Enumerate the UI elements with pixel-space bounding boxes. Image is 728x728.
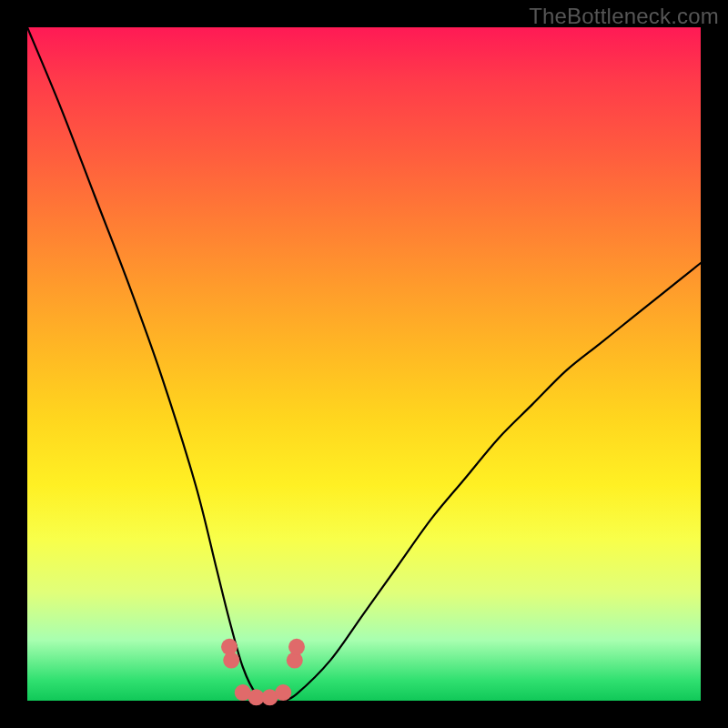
curve-marker — [223, 652, 239, 669]
curve-marker — [275, 684, 291, 701]
watermark-text: TheBottleneck.com — [529, 4, 719, 29]
bottleneck-curve-path — [27, 27, 701, 702]
curve-svg — [27, 27, 701, 701]
chart-frame: TheBottleneck.com — [0, 0, 728, 728]
marker-group — [221, 639, 305, 706]
curve-marker — [288, 639, 305, 655]
plot-area — [27, 27, 701, 701]
